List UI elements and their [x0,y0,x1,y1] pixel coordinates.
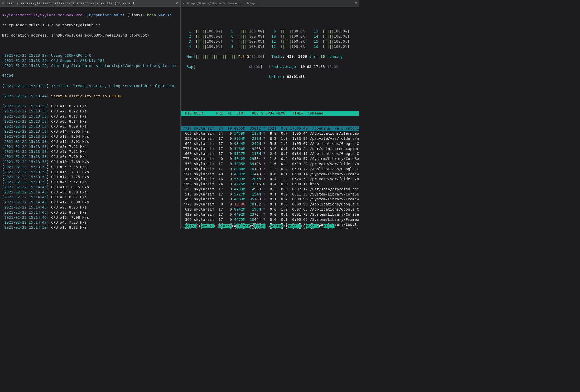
process-row[interactable]: 618 skylarsim 17 0 8880M 70180 ? 1.3 0.4… [181,167,359,172]
htop-terminal[interactable]: 1 [||||100.0%] 5 [||||100.0%] 9 [||||100… [181,7,359,229]
hash-line: [2021-02-22 15:14:45] CPU #12: 8.08 H/s [2,200,178,205]
hash-line: [2021-02-22 15:13:53] CPU #5: 7.92 H/s [2,144,178,149]
hash-line: [2021-02-22 15:14:45] CPU #0: 8.07 H/s [2,195,178,200]
log-continuation: 45704 [2,73,178,78]
hash-line: [2021-02-22 15:13:53] CPU #3: 7.86 H/s [2,165,178,170]
cpu-meter-row: 3 [||||100.0%] 7 [||||100.0%] 11 [||||10… [182,39,357,44]
process-row[interactable]: 600 skylarsim 17 0 5127M 118M ? 2.4 0.7 … [181,151,359,156]
uptime-line: Uptime: 03:01:58 [182,74,357,79]
hash-line: [2021-02-22 15:13:53] CPU #9: 7.91 H/s [2,149,178,154]
log-line: [2021-02-22 15:13:29] 16 miner threads s… [2,84,178,89]
process-row[interactable]: 645 skylarsim 17 0 9344M 249M ? 5.3 1.5 … [181,141,359,146]
hash-line: [2021-02-22 15:13:53] CPU #10: 7.89 H/s [2,159,178,165]
hash-line: [2021-02-22 15:13:53] CPU #13: 8.04 H/s [2,134,178,139]
hash-line: [2021-02-22 15:14:45] CPU #9: 8.05 H/s [2,205,178,210]
blank-line [2,43,178,48]
left-terminal[interactable]: skylarsimoncelli@Skylars-MacBook-Pro ~/D… [0,7,180,229]
hash-line: [2021-02-22 15:13:53] CPU #4: 7.62 H/s [2,180,178,185]
fkey-bar[interactable]: F1Help F2Setup F3SearchF4FilterF5Tree F6… [181,224,359,229]
left-tab-bar[interactable]: ✕ bash /Users/skylarsimoncelli/Downloads… [0,0,180,7]
banner-line: BTC donation address: 1FhDPLPpw18X4srecg… [2,33,178,38]
swp-bar: Swp[ 0K/0K] Load average: 19.62 17.33 15… [182,64,357,70]
hash-block: [2021-02-22 15:13:53] CPU #1: 8.23 H/s[2… [2,104,178,229]
prompt-command: bash [147,13,156,17]
left-terminal-pane[interactable]: ✕ bash /Users/skylarsimoncelli/Downloads… [0,0,181,229]
prompt-path: ~/D/cpuminer-multi [85,13,125,17]
process-table-header[interactable]: PID USER PRI NI VIRT RES S CPU% MEM% TIM… [181,111,359,116]
process-table-body[interactable]: 7727 skylarsim 24 19 4265M 35812 ? 1521 … [181,126,359,229]
hash-line: [2021-02-22 15:13:53] CPU #14: 8.05 H/s [2,129,178,134]
process-row[interactable]: 559 skylarsim 17 0 8954M 211M ? 8.2 1.3 … [181,136,359,141]
process-row[interactable]: 490 skylarsim 8 0 4803M 35780 ? 0.1 0.2 … [181,197,359,202]
log-line: [2021-02-22 15:13:29] Using JSON-RPC 2.0 [2,53,178,58]
cpu-meter-row: 4 [||||100.0%] 8 [||||100.0%] 12 [||||10… [182,44,357,49]
shell-prompt: skylarsimoncelli@Skylars-MacBook-Pro ~/D… [2,13,178,18]
hash-line: [2021-02-22 15:14:45] CPU #3: 8.04 H/s [2,210,178,215]
process-row[interactable]: 662 skylarsim 24 0 5459M 118M ? 8.8 0.7 … [181,131,359,136]
process-row[interactable]: 7774 skylarsim 40 0 5042M 29584 ? 1.8 0.… [181,156,359,162]
close-icon[interactable]: ✕ [2,1,4,6]
log-line: [2021-02-22 15:13:29] CPU Supports AES-N… [2,58,178,63]
right-tab-title: htop /Users/skylarsimoncelli (htop) [187,1,257,6]
process-row[interactable]: 7773 skylarsim 17 0 4460M 9268 ? 3.0 0.1… [181,146,359,152]
htop-header: 1 [||||100.0%] 5 [||||100.0%] 9 [||||100… [181,17,359,101]
banner-line: ** cpuminer-multi 1.3.7 by tpruvot@githu… [2,23,178,28]
hash-line: [2021-02-22 15:13:53] CPU #11: 8.01 H/s [2,139,178,144]
prompt-arg: xmr.sh [158,13,171,17]
more-icon[interactable]: ⊖ [176,1,178,6]
prompt-user: skylarsimoncelli@Skylars-MacBook-Pro [2,13,82,17]
hash-line: [2021-02-22 15:13:53] CPU #2: 8.17 H/s [2,114,178,119]
cpu-meter-row: 1 [||||100.0%] 5 [||||100.0%] 9 [||||100… [182,29,357,34]
hash-line: [2021-02-22 15:14:47] CPU #4: 7.83 H/s [2,220,178,225]
process-row[interactable]: 626 skylarsim 17 0 8942M 195M ? 0.0 1.2 … [181,207,359,212]
process-row[interactable]: 366 skylarsim 17 0 4475M 20444 ? 0.0 0.1… [181,217,359,222]
hash-line: [2021-02-22 15:14:45] CPU #10: 8.15 H/s [2,185,178,190]
log-line: [2021-02-22 15:13:29] Starting Stratum o… [2,63,178,68]
right-tab-bar[interactable]: ✕ htop /Users/skylarsimoncelli (htop) ⊙ [181,0,359,7]
process-row[interactable]: 7771 skylarsim 40 0 4397M 11448 ? 0.6 0.… [181,172,359,177]
app-root: ✕ bash /Users/skylarsimoncelli/Downloads… [0,0,339,229]
process-row[interactable]: 496 skylarsim 16 0 5503M 205M ? 0.4 1.3 … [181,177,359,182]
hash-line: [2021-02-22 15:13:53] CPU #8: 8.09 H/s [2,124,178,129]
hash-line: [2021-02-22 15:13:53] CPU #7: 8.22 H/s [2,109,178,114]
hash-line: [2021-02-22 15:13:53] CPU #12: 7.75 H/s [2,175,178,180]
right-htop-pane[interactable]: ✕ htop /Users/skylarsimoncelli (htop) ⊙ … [181,0,359,229]
hash-line: [2021-02-22 15:13:53] CPU #6: 8.14 H/s [2,119,178,124]
prompt-caret: > [143,13,145,17]
process-row[interactable]: 7768 skylarsim 24 0 4275M 3316 R 0.4 0.0… [181,182,359,187]
left-tab-title: bash /Users/skylarsimoncelli/Downloads/c… [6,1,134,6]
more-icon[interactable]: ⊙ [355,1,357,6]
cpu-meter-row: 2 [||||100.0%] 6 [||||100.0%] 10 [||||10… [182,34,357,39]
process-row[interactable]: 7770 skylarsim 8 0 16.8G 78152 ? 0.1 0.5… [181,202,359,207]
hash-line: [2021-02-22 15:14:50] CPU #1: 8.33 H/s [2,225,178,229]
process-row[interactable]: 550 skylarsim 17 0 4905M 64196 ? 1.6 0.4… [181,162,359,167]
hash-line: [2021-02-22 15:13:53] CPU #15: 7.81 H/s [2,170,178,175]
log-line: [2021-02-22 15:13:44] Stratum difficulty… [2,94,178,99]
process-row[interactable]: 513 skylarsim 17 0 5727M 154M ? 0.1 0.9 … [181,192,359,197]
hash-line: [2021-02-22 15:14:46] CPU #15: 7.98 H/s [2,215,178,220]
process-row[interactable]: 355 skylarsim 17 0 4433M 4960 ? 0.3 0.0 … [181,187,359,192]
process-row[interactable]: 7727 skylarsim 24 19 4265M 35812 ? 1521 … [181,126,359,131]
process-row[interactable]: 429 skylarsim 17 0 4492M 23764 ? 0.0 0.1… [181,212,359,217]
hash-line: [2021-02-22 15:13:53] CPU #1: 8.23 H/s [2,104,178,109]
hash-line: [2021-02-22 15:14:45] CPU #5: 8.09 H/s [2,190,178,195]
prompt-os: (linux) [127,13,143,17]
close-icon[interactable]: ✕ [183,1,184,6]
blank-line [182,85,357,90]
log-block: [2021-02-22 15:13:29] Using JSON-RPC 2.0… [2,53,178,68]
hash-line: [2021-02-22 15:13:53] CPU #0: 7.90 H/s [2,154,178,159]
mem-bar: Mem[|||||||||||||||||||7.74G/16.0G] Task… [182,54,357,59]
